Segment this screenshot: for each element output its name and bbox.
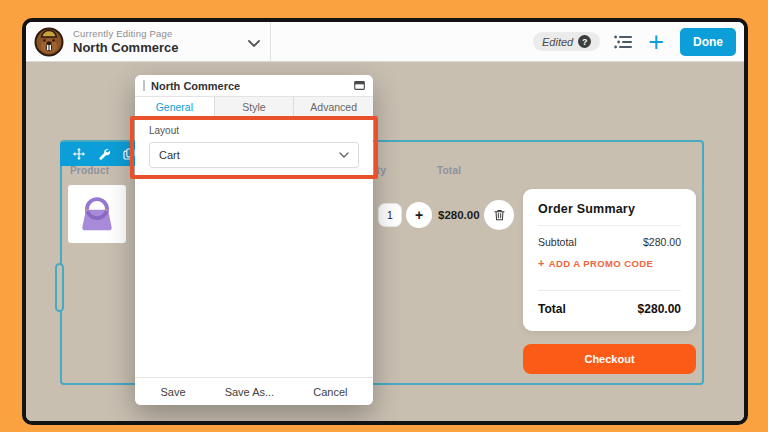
add-content-button[interactable]: +: [646, 29, 666, 55]
tab-style[interactable]: Style: [214, 97, 294, 116]
subtotal-value: $280.00: [643, 236, 681, 248]
divider: [538, 225, 681, 226]
remove-item-button[interactable]: [484, 200, 514, 230]
tab-general[interactable]: General: [135, 97, 214, 116]
checkout-button[interactable]: Checkout: [523, 344, 696, 374]
plus-icon: +: [538, 257, 545, 269]
layout-field: Layout Cart: [135, 117, 373, 177]
edited-badge[interactable]: Edited ?: [533, 32, 600, 51]
modal-title: North Commerce: [151, 80, 354, 92]
beaver-builder-logo: [34, 27, 64, 57]
total-column-header: Total: [437, 165, 461, 176]
cancel-button[interactable]: Cancel: [313, 386, 347, 398]
modal-tabs: General Style Advanced: [135, 97, 373, 117]
chevron-down-icon: [248, 33, 260, 51]
page-title-block: Currently Editing Page North Commerce: [73, 28, 178, 55]
save-button[interactable]: Save: [161, 386, 186, 398]
page-title: North Commerce: [73, 40, 178, 55]
drag-grip-icon: [143, 80, 145, 91]
layout-label: Layout: [149, 125, 359, 136]
promo-label: ADD A PROMO CODE: [549, 258, 653, 269]
editing-label: Currently Editing Page: [73, 28, 178, 39]
app-window: Currently Editing Page North Commerce Ed…: [22, 18, 748, 425]
product-image: [68, 185, 126, 243]
order-summary-title: Order Summary: [538, 202, 681, 216]
order-summary-card: Order Summary Subtotal $280.00 +ADD A PR…: [523, 189, 696, 331]
duplicate-icon[interactable]: [123, 148, 135, 160]
topbar-divider: [270, 22, 271, 62]
chevron-down-icon: [339, 152, 349, 158]
outline-panel-icon[interactable]: [614, 35, 632, 49]
window-toggle-icon[interactable]: [354, 81, 365, 90]
divider: [538, 290, 681, 291]
total-label: Total: [538, 302, 566, 316]
edited-label: Edited: [542, 36, 573, 48]
editor-canvas: Product Quantity Total 1 + $280.00 Order…: [26, 62, 744, 421]
increase-quantity-button[interactable]: +: [406, 202, 432, 228]
modal-footer: Save Save As... Cancel: [135, 377, 373, 405]
modal-titlebar[interactable]: North Commerce: [135, 75, 373, 97]
page-switcher[interactable]: Currently Editing Page North Commerce: [26, 22, 270, 61]
wrench-icon[interactable]: [98, 148, 110, 160]
layout-select[interactable]: Cart: [149, 142, 359, 168]
add-promo-code-link[interactable]: +ADD A PROMO CODE: [538, 257, 681, 269]
subtotal-label: Subtotal: [538, 236, 577, 248]
layout-select-value: Cart: [159, 149, 339, 161]
total-value: $280.00: [638, 302, 681, 316]
help-icon: ?: [578, 35, 591, 48]
quantity-input[interactable]: 1: [378, 203, 402, 227]
save-as-button[interactable]: Save As...: [225, 386, 275, 398]
handbag-icon: [74, 191, 120, 237]
top-bar: Currently Editing Page North Commerce Ed…: [26, 22, 744, 62]
tab-advanced[interactable]: Advanced: [293, 97, 373, 116]
product-column-header: Product: [70, 165, 109, 176]
move-icon[interactable]: [73, 148, 85, 160]
done-button[interactable]: Done: [680, 28, 736, 56]
trash-icon: [494, 209, 505, 221]
modal-body: [135, 177, 373, 377]
row-drag-handle[interactable]: [55, 263, 64, 312]
module-settings-modal: North Commerce General Style Advanced La…: [135, 75, 373, 405]
